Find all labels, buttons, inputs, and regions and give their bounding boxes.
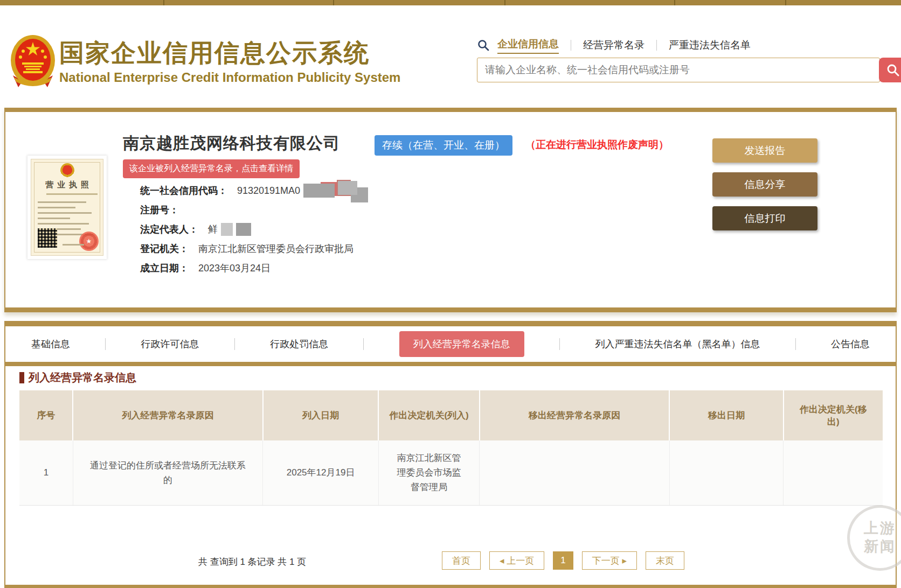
cell-inclusion-date: 2025年12月19日	[263, 440, 379, 505]
top-nav-segment[interactable]	[786, 0, 901, 5]
tab-basic-info[interactable]: 基础信息	[31, 338, 70, 351]
license-title: 营业执照	[31, 180, 103, 190]
license-red-seal: ★	[79, 232, 99, 251]
pagination: 首页 ◂ 上一页 1 下一页 ▸ 末页	[442, 551, 693, 570]
search-tab-illegal-list[interactable]: 严重违法失信名单	[669, 38, 751, 52]
col-header-index: 序号	[19, 390, 73, 440]
license-revocation-notice: （正在进行营业执照作废声明）	[525, 138, 669, 152]
search-icon	[886, 63, 900, 77]
tab-administrative-penalty[interactable]: 行政处罚信息	[270, 338, 328, 351]
share-info-button[interactable]: 信息分享	[712, 172, 817, 197]
abnormal-operations-table: 序号 列入经营异常名录原因 列入日期 作出决定机关(列入) 移出经营异常名录原因…	[19, 390, 883, 506]
search-icon	[477, 39, 490, 52]
section-title-marker	[19, 372, 24, 383]
censor-block	[236, 223, 251, 236]
cell-removal-authority	[784, 440, 883, 505]
detail-tabs: 基础信息 行政许可信息 行政处罚信息 列入经营异常名录信息 列入严重违法失信名单…	[5, 326, 896, 362]
col-header-removal-date: 移出日期	[669, 390, 783, 440]
cell-removal-reason	[480, 440, 669, 505]
divider	[656, 40, 657, 51]
cell-index: 1	[19, 440, 73, 505]
license-qr-code	[38, 228, 57, 248]
field-establishment-date: 成立日期： 2023年03月24日	[140, 258, 357, 278]
tab-abnormal-operations[interactable]: 列入经营异常名录信息	[399, 331, 524, 357]
divider	[234, 338, 235, 350]
current-page-button[interactable]: 1	[553, 551, 573, 570]
tab-administrative-license[interactable]: 行政许可信息	[141, 338, 199, 351]
cell-removal-date	[669, 440, 783, 505]
col-header-inclusion-date: 列入日期	[263, 390, 379, 440]
censor-block	[338, 181, 357, 195]
col-header-removal-reason: 移出经营异常名录原因	[480, 390, 669, 440]
business-license-image: 营业执照 ★	[31, 159, 103, 256]
table-header-row: 序号 列入经营异常名录原因 列入日期 作出决定机关(列入) 移出经营异常名录原因…	[19, 390, 883, 440]
action-buttons: 发送报告 信息分享 信息打印	[712, 138, 817, 240]
field-registration-number: 注册号：	[140, 200, 357, 220]
field-credit-code: 统一社会信用代码： 91320191MA0	[140, 181, 357, 200]
divider	[795, 338, 796, 350]
search-type-tabs: 企业信用信息 经营异常名录 严重违法失信名单	[477, 37, 751, 54]
top-nav-bar	[0, 0, 901, 5]
next-page-button[interactable]: 下一页 ▸	[582, 551, 637, 570]
field-registration-authority: 登记机关： 南京江北新区管理委员会行政审批局	[140, 239, 357, 258]
abnormal-list-alert-badge[interactable]: 该企业被列入经营异常名录，点击查看详情	[123, 159, 300, 178]
divider	[559, 338, 560, 350]
site-header: 国家企业信用信息公示系统 National Enterprise Credit …	[0, 5, 901, 108]
top-nav-segment[interactable]	[505, 0, 675, 5]
tab-announcement-info[interactable]: 公告信息	[831, 338, 870, 351]
censor-block	[303, 184, 335, 198]
last-page-button[interactable]: 末页	[646, 551, 684, 570]
company-fields: 统一社会信用代码： 91320191MA0 注册号： 法定代表人： 鲜 登记机关…	[140, 181, 357, 278]
prev-page-button[interactable]: ◂ 上一页	[489, 551, 544, 570]
cell-inclusion-authority: 南京江北新区管理委员会市场监督管理局	[378, 440, 479, 505]
tab-serious-illegal-blacklist[interactable]: 列入严重违法失信名单（黑名单）信息	[595, 338, 760, 351]
top-nav-segment[interactable]	[675, 0, 787, 5]
search-tab-enterprise-credit[interactable]: 企业信用信息	[497, 37, 559, 54]
first-page-button[interactable]: 首页	[442, 551, 481, 570]
top-nav-segment[interactable]	[0, 0, 164, 5]
national-emblem-logo	[10, 33, 56, 92]
send-report-button[interactable]: 发送报告	[712, 138, 817, 163]
shangyou-news-watermark: 上游 新闻	[847, 505, 901, 571]
top-nav-segment[interactable]	[334, 0, 505, 5]
detail-panel: 基础信息 行政许可信息 行政处罚信息 列入经营异常名录信息 列入严重违法失信名单…	[4, 321, 897, 588]
censor-block	[221, 223, 233, 236]
col-header-inclusion-reason: 列入经营异常名录原因	[73, 390, 262, 440]
section-title: 列入经营异常名录信息	[19, 370, 136, 385]
top-nav-segment[interactable]	[164, 0, 334, 5]
company-summary-panel: 营业执照 ★ 南京越胜茂网络科技有限公司 存续（在营、开业、在册） （正在进行营…	[4, 108, 897, 312]
site-subtitle: National Enterprise Credit Information P…	[59, 70, 400, 85]
search-box	[477, 58, 901, 82]
search-button[interactable]	[879, 58, 901, 82]
divider	[363, 338, 364, 350]
license-emblem-icon	[60, 163, 74, 178]
col-header-removal-authority: 作出决定机关(移出)	[784, 390, 883, 440]
company-name: 南京越胜茂网络科技有限公司	[123, 132, 340, 155]
field-legal-representative: 法定代表人： 鲜	[140, 220, 357, 239]
status-badge: 存续（在营、开业、在册）	[375, 135, 512, 156]
table-row: 1 通过登记的住所或者经营场所无法联系的 2025年12月19日 南京江北新区管…	[19, 440, 883, 505]
record-count-summary: 共 查询到 1 条记录 共 1 页	[198, 556, 306, 568]
site-title: 国家企业信用信息公示系统	[59, 37, 370, 70]
page: 国家企业信用信息公示系统 National Enterprise Credit …	[0, 0, 901, 588]
divider	[105, 338, 106, 350]
col-header-inclusion-authority: 作出决定机关(列入)	[378, 390, 479, 440]
search-tab-abnormal-list[interactable]: 经营异常名录	[583, 38, 644, 52]
cell-inclusion-reason: 通过登记的住所或者经营场所无法联系的	[73, 440, 262, 505]
tab-underline-bar	[5, 362, 896, 366]
search-input[interactable]	[477, 58, 880, 82]
print-info-button[interactable]: 信息打印	[712, 206, 817, 230]
divider	[571, 40, 571, 51]
